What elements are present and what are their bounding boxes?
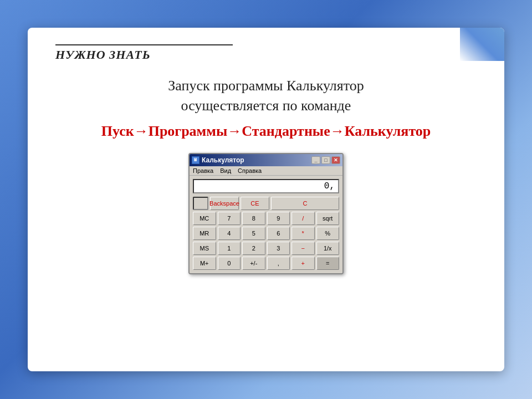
calc-btn-6[interactable]: 6 <box>267 227 290 240</box>
calc-titlebar: 🖩 Калькулятор _ □ ✕ <box>190 154 342 166</box>
calc-btn-equals[interactable]: = <box>316 257 340 270</box>
calc-btn-3[interactable]: 3 <box>267 242 290 255</box>
calc-btn-2[interactable]: 2 <box>242 242 265 255</box>
calc-btn-decimal[interactable]: , <box>267 257 290 270</box>
calc-btn-divide[interactable]: / <box>291 212 315 225</box>
menu-pravka[interactable]: Правка <box>193 167 213 174</box>
main-text: Запуск программы Калькулятор осуществляе… <box>55 76 477 116</box>
calc-btn-5[interactable]: 5 <box>242 227 265 240</box>
titlebar-buttons: _ □ ✕ <box>311 156 340 164</box>
header-title: НУЖНО ЗНАТЬ <box>55 48 477 62</box>
calc-btn-1[interactable]: 1 <box>218 242 241 255</box>
calc-btn-add[interactable]: + <box>291 257 315 270</box>
calc-btn-sqrt[interactable]: sqrt <box>316 212 340 225</box>
calc-btn-reciprocal[interactable]: 1/x <box>316 242 340 255</box>
calc-row-4: MS 1 2 3 − 1/x <box>193 242 339 255</box>
calculator-window: 🖩 Калькулятор _ □ ✕ Правка Вид Справка <box>188 153 344 274</box>
calc-btn-9[interactable]: 9 <box>267 212 290 225</box>
header-line <box>55 44 233 45</box>
calc-display: 0, <box>193 179 339 193</box>
calc-btn-mr[interactable]: MR <box>193 227 216 240</box>
calc-btn-check[interactable] <box>193 197 208 210</box>
calc-btn-4[interactable]: 4 <box>218 227 241 240</box>
calc-btn-subtract[interactable]: − <box>291 242 315 255</box>
calc-row-2: MC 7 8 9 / sqrt <box>193 212 339 225</box>
calc-btn-7[interactable]: 7 <box>218 212 241 225</box>
minimize-button[interactable]: _ <box>311 156 320 164</box>
close-button[interactable]: ✕ <box>331 156 340 164</box>
calc-row-1: Backspace CE C <box>193 197 339 210</box>
calc-btn-c[interactable]: C <box>271 197 339 210</box>
header-section: НУЖНО ЗНАТЬ <box>55 44 477 65</box>
maximize-button[interactable]: □ <box>321 156 330 164</box>
calc-btn-ce[interactable]: CE <box>241 197 269 210</box>
menu-spravka[interactable]: Справка <box>238 167 262 174</box>
calc-btn-mc[interactable]: MC <box>193 212 216 225</box>
calc-row-5: M+ 0 +/- , + = <box>193 257 339 270</box>
calc-btn-negate[interactable]: +/- <box>242 257 265 270</box>
calc-btn-0[interactable]: 0 <box>218 257 241 270</box>
calc-app-icon: 🖩 <box>192 156 200 164</box>
calc-menubar: Правка Вид Справка <box>190 166 342 176</box>
slide: НУЖНО ЗНАТЬ Запуск программы Калькулятор… <box>28 28 504 371</box>
calc-btn-multiply[interactable]: * <box>291 227 315 240</box>
calc-btn-ms[interactable]: MS <box>193 242 216 255</box>
calc-row-3: MR 4 5 6 * % <box>193 227 339 240</box>
calc-btn-mplus[interactable]: M+ <box>193 257 216 270</box>
calc-body: 0, Backspace CE C MC 7 8 9 / sqrt <box>190 176 342 273</box>
menu-vid[interactable]: Вид <box>220 167 231 174</box>
calc-btn-8[interactable]: 8 <box>242 212 265 225</box>
calc-btn-backspace[interactable]: Backspace <box>210 197 239 210</box>
path-text: Пуск→Программы→Стандартные→Калькулятор <box>55 123 477 140</box>
calculator-wrapper: 🖩 Калькулятор _ □ ✕ Правка Вид Справка <box>55 153 477 274</box>
calc-btn-percent[interactable]: % <box>316 227 340 240</box>
calc-title-text: Калькулятор <box>202 156 244 164</box>
